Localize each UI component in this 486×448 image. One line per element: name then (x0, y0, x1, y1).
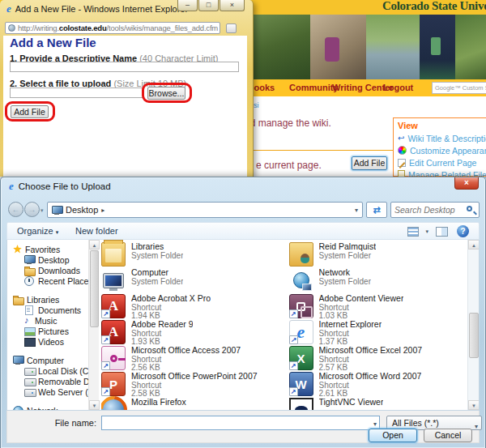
file-path-input[interactable] (10, 87, 143, 98)
ie-address-bar[interactable]: http://writing.colostate.edu/tools/wikis… (5, 22, 220, 34)
monitor-icon (24, 255, 35, 264)
sidebar-item-removable-disk[interactable]: Removable Disk ( (7, 376, 88, 386)
file-item-access[interactable]: ↗ Microsoft Office Access 2007Shortcut2.… (101, 346, 279, 372)
file-type-caret-icon: ▾ (475, 420, 478, 433)
file-item-reader[interactable]: A↗ Adobe Reader 9Shortcut1.93 KB (101, 320, 279, 346)
file-item-internet-explorer[interactable]: e↗ Internet ExplorerShortcut1.37 KB (289, 320, 467, 346)
file-name-combo[interactable]: ▾ (101, 416, 380, 430)
picture-icon (24, 326, 35, 335)
view-panel-title: View (398, 121, 485, 130)
sidebar-item-videos[interactable]: Videos (7, 336, 88, 347)
maximize-button[interactable]: □ (198, 0, 219, 11)
sidebar-item-documents[interactable]: Documents (7, 305, 88, 315)
user-folder-icon (289, 242, 313, 267)
sidebar-scrollbar[interactable]: ▲ ▼ (88, 240, 99, 410)
link-wiki-title-description[interactable]: ↩ Wiki Title & Description (398, 132, 485, 144)
nav-logout[interactable]: Logout (383, 79, 413, 96)
libraries-folder-icon (13, 295, 23, 304)
star-icon (13, 245, 22, 254)
address-caret-icon[interactable]: ▾ (355, 207, 358, 214)
sidebar-item-pictures[interactable]: Pictures (7, 326, 88, 336)
breadcrumb-location[interactable]: Desktop (66, 205, 98, 215)
organize-button[interactable]: Organize ▾ (17, 223, 58, 239)
dialog-close-button[interactable]: × (454, 177, 479, 190)
file-name-input[interactable] (104, 417, 364, 429)
help-icon[interactable]: ? (457, 225, 469, 237)
descriptive-name-input[interactable] (10, 62, 239, 72)
shortcut-arrow-icon: ↗ (289, 309, 298, 318)
nav-community[interactable]: Community (289, 79, 339, 96)
clock-icon (24, 276, 35, 285)
sidebar-item-recent-places[interactable]: Recent Places (7, 275, 88, 286)
sidebar-item-local-disk[interactable]: Local Disk (C:) (7, 365, 88, 376)
sidebar-group-favorites[interactable]: Favorites (7, 244, 88, 254)
file-item-computer[interactable]: ComputerSystem Folder (101, 268, 279, 294)
compatibility-icon[interactable] (226, 23, 237, 33)
libraries-icon (101, 242, 126, 267)
file-item-libraries[interactable]: LibrariesSystem Folder (101, 242, 279, 268)
history-caret-icon[interactable]: ▾ (40, 207, 44, 214)
close-button[interactable]: × (220, 0, 245, 11)
search-icon (467, 206, 472, 211)
sidebar-item-web-server[interactable]: Web Server (Z:) (7, 386, 88, 397)
views-caret-icon[interactable]: ▾ (425, 228, 428, 235)
file-item-acrobat[interactable]: A↗ Adobe Acrobat X ProShortcut1.94 KB (101, 294, 279, 320)
link-customize-appearance[interactable]: Customize Appearance (398, 144, 485, 156)
views-icon[interactable] (407, 227, 419, 237)
file-item-network[interactable]: NetworkSystem Folder (289, 268, 467, 294)
forward-button[interactable]: → (24, 202, 40, 217)
file-list: LibrariesSystem Folder Reid PalmquistSys… (101, 240, 467, 410)
minimize-button[interactable]: – (177, 0, 198, 11)
breadcrumb-arrow-icon[interactable]: ▸ (101, 207, 104, 214)
new-folder-button[interactable]: New folder (75, 223, 118, 239)
dialog-body: ← → ▾ Desktop ▸ ▾ ⇄ Organize ▾ New folde… (6, 198, 480, 443)
page-fragment: si (254, 101, 259, 109)
link-label: Customize Appearance (410, 146, 486, 156)
file-item-tightvnc[interactable]: ↗ TightVNC Viewer (289, 398, 467, 410)
file-name-caret-icon[interactable]: ▾ (373, 420, 377, 428)
downloads-folder-icon (24, 266, 35, 275)
file-item-excel[interactable]: X↗ Microsoft Office Excel 2007Shortcut2.… (289, 346, 467, 372)
sidebar-group-libraries[interactable]: Libraries (7, 294, 88, 305)
ie-title-text: Add a New File - Windows Internet Explor… (15, 4, 188, 14)
search-input[interactable] (394, 203, 464, 216)
film-icon (24, 337, 35, 346)
sidebar-group-computer[interactable]: Computer (7, 355, 88, 365)
scroll-down-icon[interactable]: ▼ (468, 400, 480, 410)
back-button[interactable]: ← (8, 202, 23, 217)
link-edit-current-page[interactable]: Edit Current Page (398, 156, 485, 169)
computer-icon (13, 356, 23, 365)
sidebar-group-network[interactable]: Network (7, 405, 88, 410)
scrollbar-thumb[interactable] (469, 313, 479, 358)
open-button[interactable]: Open (369, 429, 417, 442)
csu-brand: Colorado State University (382, 0, 486, 13)
refresh-button[interactable]: ⇄ (366, 202, 387, 218)
search-box[interactable] (390, 202, 480, 218)
address-breadcrumb[interactable]: Desktop ▸ ▾ (47, 202, 363, 218)
file-item-content-viewer[interactable]: ↗ Adobe Content ViewerShortcut1.03 KB (289, 294, 467, 320)
preview-pane-icon[interactable] (436, 227, 448, 237)
shortcut-arrow-icon: ↗ (101, 361, 110, 370)
scroll-up-icon[interactable]: ▲ (89, 240, 100, 250)
dialog-title: e Choose File to Upload (9, 181, 111, 191)
disk-drive-icon (24, 366, 35, 375)
scroll-up-icon[interactable]: ▲ (468, 240, 480, 250)
wiki-arrow-icon: ↩ (398, 134, 404, 143)
sidebar-item-desktop[interactable]: Desktop (7, 254, 88, 265)
file-item-word[interactable]: W↗ Microsoft Office Word 2007Shortcut2.6… (289, 372, 467, 398)
cancel-button[interactable]: Cancel (424, 429, 472, 442)
scroll-down-icon[interactable]: ▼ (89, 400, 100, 410)
firefox-icon: ↗ (101, 398, 126, 410)
file-item-firefox[interactable]: ↗ Mozilla Firefox (101, 398, 279, 410)
file-item-powerpoint[interactable]: P↗ Microsoft Office PowerPoint 2007Short… (101, 372, 279, 398)
sidebar-item-music[interactable]: ♪Music (7, 315, 88, 326)
scrollbar-thumb[interactable] (90, 250, 99, 327)
file-item-user-folder[interactable]: Reid PalmquistSystem Folder (289, 242, 467, 268)
file-name-label: File name: (32, 418, 96, 428)
file-list-scrollbar[interactable]: ▲ ▼ (467, 240, 479, 410)
page-add-file-button[interactable]: Add File (352, 156, 387, 170)
window-controls: – □ × (177, 0, 245, 11)
google-search-box[interactable]: Google™ Custom Sear (432, 82, 486, 94)
sidebar-item-downloads[interactable]: Downloads (7, 265, 88, 275)
shortcut-arrow-icon: ↗ (289, 361, 298, 370)
